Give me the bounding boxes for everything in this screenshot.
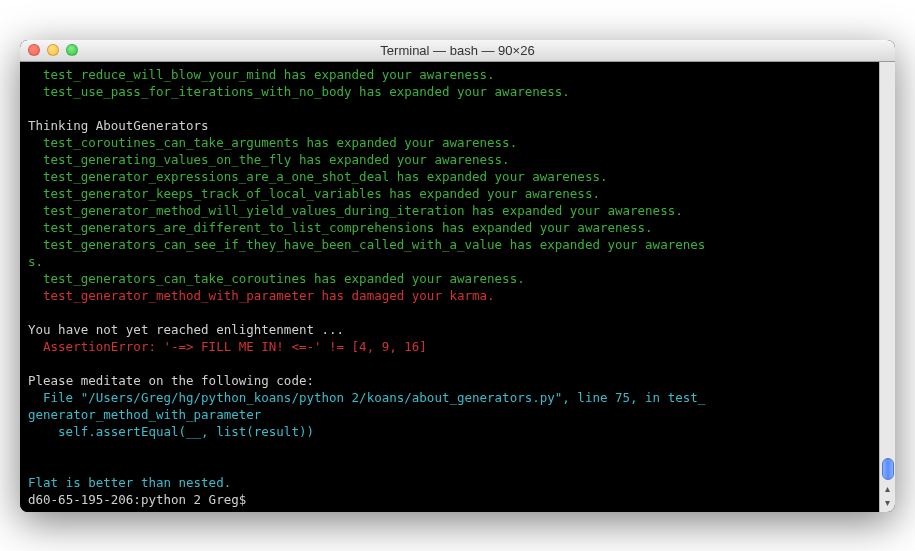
- blank-line: [28, 441, 36, 456]
- traceback-file: File "/Users/Greg/hg/python_koans/python…: [28, 389, 705, 406]
- titlebar[interactable]: Terminal — bash — 90×26: [20, 40, 895, 62]
- zen-quote: Flat is better than nested.: [28, 475, 231, 490]
- test-pass-line: test_coroutines_can_take_arguments has e…: [28, 134, 517, 151]
- test-pass-line-wrap: s.: [28, 254, 43, 269]
- terminal-window: Terminal — bash — 90×26 test_reduce_will…: [20, 40, 895, 512]
- test-pass-line: test_generator_method_will_yield_values_…: [28, 202, 683, 219]
- section-heading: Thinking AboutGenerators: [28, 118, 209, 133]
- test-pass-line: test_generating_values_on_the_fly has ex…: [28, 151, 510, 168]
- meditate-line: Please meditate on the following code:: [28, 373, 314, 388]
- scrollbar[interactable]: ▴ ▾: [879, 62, 895, 512]
- test-pass-line: test_generators_can_take_coroutines has …: [28, 270, 525, 287]
- blank-line: [28, 458, 36, 473]
- assertion-error: AssertionError: '-=> FILL ME IN! <=-' !=…: [28, 338, 427, 355]
- terminal-body: test_reduce_will_blow_your_mind has expa…: [20, 62, 895, 512]
- scroll-thumb[interactable]: [882, 458, 894, 480]
- test-pass-line: test_generator_keeps_track_of_local_vari…: [28, 185, 600, 202]
- test-pass-line: test_generators_can_see_if_they_have_bee…: [28, 236, 705, 253]
- traffic-lights: [28, 44, 78, 56]
- test-pass-line: test_use_pass_for_iterations_with_no_bod…: [28, 83, 570, 100]
- test-pass-line: test_reduce_will_blow_your_mind has expa…: [28, 66, 495, 83]
- status-line: You have not yet reached enlightenment .…: [28, 322, 344, 337]
- test-fail-line: test_generator_method_with_parameter has…: [28, 287, 495, 304]
- blank-line: [28, 356, 36, 371]
- minimize-icon[interactable]: [47, 44, 59, 56]
- terminal-output[interactable]: test_reduce_will_blow_your_mind has expa…: [20, 62, 879, 512]
- scroll-up-icon[interactable]: ▴: [881, 482, 895, 496]
- blank-line: [28, 101, 36, 116]
- traceback-code: self.assertEqual(__, list(result)): [28, 423, 314, 440]
- traceback-file-wrap: generator_method_with_parameter: [28, 407, 261, 422]
- test-pass-line: test_generators_are_different_to_list_co…: [28, 219, 653, 236]
- blank-line: [28, 305, 36, 320]
- scroll-down-icon[interactable]: ▾: [881, 496, 895, 510]
- window-title: Terminal — bash — 90×26: [20, 43, 895, 58]
- shell-prompt[interactable]: d60-65-195-206:python 2 Greg$: [28, 492, 254, 507]
- zoom-icon[interactable]: [66, 44, 78, 56]
- test-pass-line: test_generator_expressions_are_a_one_sho…: [28, 168, 607, 185]
- close-icon[interactable]: [28, 44, 40, 56]
